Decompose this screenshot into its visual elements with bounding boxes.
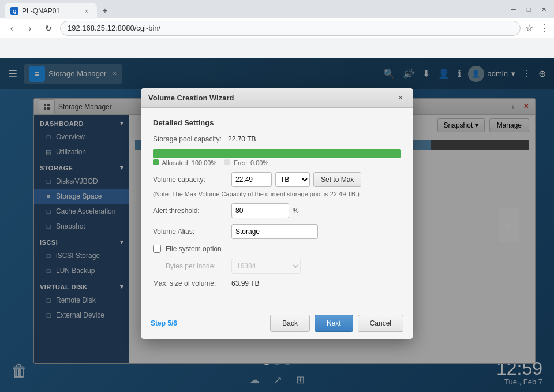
- bytes-per-inode-row: Bytes per inode: 16384: [153, 259, 401, 274]
- bytes-per-inode-select[interactable]: 16384: [231, 259, 301, 274]
- alert-threshold-unit: %: [293, 207, 299, 215]
- more-icon[interactable]: ⋮: [540, 23, 549, 33]
- volume-alias-row: Volume Alias:: [153, 224, 401, 239]
- filesystem-option-row: File system option: [153, 245, 401, 253]
- set-max-button[interactable]: Set to Max: [313, 172, 361, 187]
- volume-capacity-row: Volume capacity: TB GB MB Set to Max: [153, 172, 401, 187]
- modal-overlay: Volume Creation Wizard × Detailed Settin…: [0, 58, 554, 392]
- max-size-row: Max. size of volume: 63.99 TB: [153, 279, 401, 288]
- alert-threshold-label: Alert threshold:: [153, 207, 228, 215]
- wizard-close-btn[interactable]: ×: [395, 92, 406, 103]
- back-button[interactable]: Back: [270, 315, 310, 332]
- cancel-button[interactable]: Cancel: [358, 315, 403, 332]
- wizard-modal: Volume Creation Wizard × Detailed Settin…: [141, 88, 413, 339]
- back-btn[interactable]: ‹: [5, 21, 18, 35]
- filesystem-option-label: File system option: [166, 245, 222, 253]
- modal-divider: [141, 304, 413, 304]
- storage-pool-label: Storage pool capacity:: [153, 135, 228, 143]
- step-label: Step 5/6: [151, 319, 265, 327]
- capacity-bar-fill: [153, 149, 401, 158]
- wizard-title-bar: Volume Creation Wizard ×: [141, 88, 413, 108]
- maximize-btn[interactable]: □: [523, 3, 534, 15]
- capacity-bar-section: Allocated: 100.00% Free: 0.00%: [153, 149, 401, 166]
- alert-threshold-input[interactable]: [231, 203, 289, 218]
- reload-btn[interactable]: ↻: [42, 21, 55, 35]
- wizard-footer: Step 5/6 Back Next Cancel: [141, 310, 413, 339]
- wizard-title-text: Volume Creation Wizard: [148, 94, 395, 102]
- volume-unit-select[interactable]: TB GB MB: [275, 172, 310, 187]
- alert-threshold-row: Alert threshold: %: [153, 203, 401, 218]
- forward-btn[interactable]: ›: [23, 21, 37, 35]
- star-icon[interactable]: ☆: [525, 23, 533, 33]
- wizard-body: Detailed Settings Storage pool capacity:…: [141, 108, 413, 304]
- next-button[interactable]: Next: [315, 315, 353, 332]
- tab-favicon: Q: [10, 7, 18, 15]
- storage-pool-row: Storage pool capacity: 22.70 TB: [153, 135, 401, 143]
- tab-close-btn[interactable]: ×: [82, 6, 91, 16]
- address-bar: ‹ › ↻ ☆ ⋮: [0, 18, 554, 38]
- volume-capacity-input[interactable]: [231, 172, 272, 187]
- capacity-bar-wrap: [153, 149, 401, 158]
- close-btn[interactable]: ✕: [538, 3, 549, 15]
- allocated-dot: [153, 159, 159, 165]
- free-dot: [224, 159, 230, 165]
- tab-title: PL-QNAP01: [22, 7, 60, 15]
- minimize-btn[interactable]: ─: [508, 3, 519, 15]
- volume-capacity-label: Volume capacity:: [153, 176, 228, 184]
- new-tab-btn[interactable]: +: [97, 3, 113, 19]
- browser-chrome: Q PL-QNAP01 × + ─ □ ✕ ‹ › ↻ ☆ ⋮: [0, 0, 554, 58]
- capacity-legend: Allocated: 100.00% Free: 0.00%: [153, 159, 401, 166]
- browser-toolbar-icons: ☆ ⋮: [525, 23, 549, 33]
- max-size-label: Max. size of volume:: [153, 279, 228, 288]
- volume-alias-label: Volume Alias:: [153, 227, 228, 236]
- max-size-value: 63.99 TB: [231, 279, 259, 288]
- filesystem-checkbox[interactable]: [153, 245, 161, 253]
- storage-pool-value: 22.70 TB: [228, 135, 256, 143]
- title-bar: Q PL-QNAP01 × + ─ □ ✕: [0, 0, 554, 18]
- free-legend: Free: 0.00%: [224, 159, 268, 166]
- browser-tab[interactable]: Q PL-QNAP01 ×: [5, 3, 97, 19]
- wizard-section-title: Detailed Settings: [153, 118, 401, 127]
- allocated-legend: Allocated: 100.00%: [153, 159, 216, 166]
- bytes-per-inode-label: Bytes per inode:: [166, 262, 228, 270]
- volume-alias-input[interactable]: [231, 224, 318, 239]
- window-controls: ─ □ ✕: [508, 3, 549, 15]
- url-field[interactable]: [60, 21, 521, 36]
- note-text: (Note: The Max Volume Capacity of the cu…: [153, 191, 401, 197]
